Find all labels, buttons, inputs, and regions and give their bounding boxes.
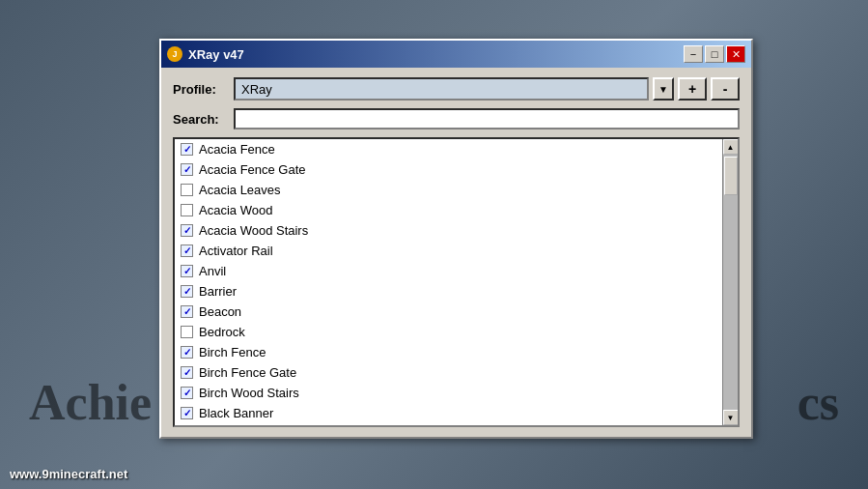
item-label: Acacia Fence Gate: [199, 162, 306, 177]
item-label: Black Banner: [199, 406, 273, 420]
search-row: Search:: [173, 108, 740, 129]
bg-text-right: cs: [798, 374, 839, 431]
item-label: Birch Fence: [199, 345, 266, 360]
item-label: Anvil: [199, 264, 226, 278]
search-label: Search:: [173, 112, 226, 127]
item-label: Acacia Fence: [199, 142, 275, 157]
profile-label: Profile:: [173, 82, 226, 97]
item-label: Birch Fence Gate: [199, 365, 296, 380]
item-label: Acacia Leaves: [199, 183, 281, 197]
checkbox[interactable]: [181, 184, 193, 196]
checkbox[interactable]: [181, 305, 193, 318]
dialog-title: XRay v47: [188, 47, 244, 62]
list-item[interactable]: Beacon: [175, 302, 722, 322]
list-item[interactable]: Barrier: [175, 281, 722, 302]
profile-container: XRay ▼ + -: [234, 77, 740, 101]
minimize-button[interactable]: −: [684, 45, 703, 63]
item-label: Bedrock: [199, 325, 245, 339]
item-label: Acacia Wood: [199, 203, 272, 217]
checkbox[interactable]: [181, 163, 193, 176]
list-item[interactable]: Acacia Fence Gate: [175, 159, 722, 180]
watermark: www.9minecraft.net: [10, 467, 127, 481]
checkbox[interactable]: [181, 224, 193, 237]
scroll-up-button[interactable]: ▲: [723, 139, 739, 155]
checkbox[interactable]: [181, 366, 193, 379]
profile-row: Profile: XRay ▼ + -: [173, 77, 740, 101]
close-button[interactable]: ✕: [726, 45, 745, 63]
dialog-window: J XRay v47 − □ ✕ Profile: XRay ▼ + - Sea…: [159, 39, 753, 439]
checkbox[interactable]: [181, 326, 193, 338]
item-label: Beacon: [199, 304, 241, 319]
list-item[interactable]: Acacia Leaves: [175, 180, 722, 200]
add-profile-button[interactable]: +: [678, 77, 707, 101]
profile-value: XRay: [241, 82, 272, 97]
list-item[interactable]: Bedrock: [175, 322, 722, 342]
profile-select[interactable]: XRay: [234, 77, 649, 101]
list-item[interactable]: Anvil: [175, 261, 722, 281]
items-list: Acacia FenceAcacia Fence GateAcacia Leav…: [175, 139, 722, 425]
list-item[interactable]: Acacia Fence: [175, 139, 722, 159]
checkbox[interactable]: [181, 143, 193, 156]
checkbox[interactable]: [181, 244, 193, 257]
list-item[interactable]: Birch Fence: [175, 342, 722, 362]
list-item[interactable]: Acacia Wood Stairs: [175, 220, 722, 241]
search-input[interactable]: [234, 108, 740, 129]
title-bar-left: J XRay v47: [167, 46, 244, 62]
remove-profile-button[interactable]: -: [711, 77, 740, 101]
restore-button[interactable]: □: [705, 45, 724, 63]
scroll-thumb[interactable]: [724, 157, 738, 195]
scroll-down-button[interactable]: ▼: [723, 410, 739, 425]
scrollbar: ▲ ▼: [722, 139, 738, 425]
item-label: Activator Rail: [199, 244, 273, 258]
dialog-body: Profile: XRay ▼ + - Search: Acacia Fence…: [161, 68, 751, 437]
list-item[interactable]: Birch Wood Stairs: [175, 383, 722, 403]
item-label: Acacia Wood Stairs: [199, 223, 308, 238]
java-icon: J: [167, 46, 182, 62]
list-item[interactable]: Block of Coal: [175, 423, 722, 425]
checkbox[interactable]: [181, 285, 193, 298]
items-list-container: Acacia FenceAcacia Fence GateAcacia Leav…: [173, 137, 740, 427]
list-item[interactable]: Activator Rail: [175, 241, 722, 261]
checkbox[interactable]: [181, 407, 193, 419]
item-label: Birch Wood Stairs: [199, 386, 299, 400]
dropdown-arrow[interactable]: ▼: [653, 77, 674, 101]
checkbox[interactable]: [181, 346, 193, 359]
list-item[interactable]: Acacia Wood: [175, 200, 722, 220]
scroll-track: [723, 155, 739, 410]
checkbox[interactable]: [181, 265, 193, 277]
title-bar-buttons: − □ ✕: [684, 45, 745, 63]
checkbox[interactable]: [181, 387, 193, 399]
bg-text-left: Achie: [29, 374, 152, 431]
title-bar: J XRay v47 − □ ✕: [161, 41, 751, 68]
list-item[interactable]: Black Banner: [175, 403, 722, 423]
list-item[interactable]: Birch Fence Gate: [175, 362, 722, 383]
item-label: Barrier: [199, 284, 237, 299]
checkbox[interactable]: [181, 204, 193, 216]
